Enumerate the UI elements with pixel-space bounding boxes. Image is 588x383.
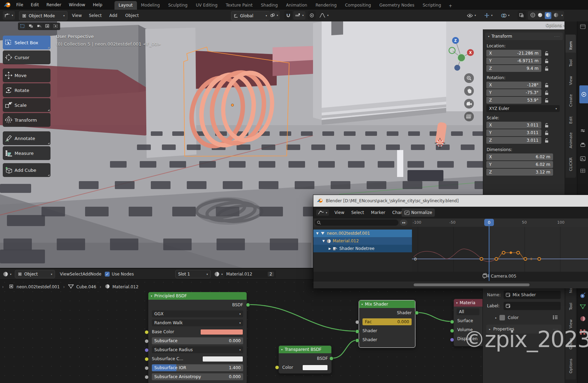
subsurface-color-row[interactable]: Subsurface C...: [152, 355, 243, 362]
proportional-falloff-dropdown[interactable]: ▾: [318, 11, 330, 20]
material-props-icon[interactable]: [580, 316, 586, 323]
subsurface-socket[interactable]: [145, 339, 149, 343]
workspace-tab-sculpting[interactable]: Sculpting: [164, 1, 192, 10]
node-color-swatch[interactable]: [499, 315, 505, 320]
workspace-tab-scripting[interactable]: Scripting: [419, 1, 445, 10]
transparent-color-socket[interactable]: [275, 365, 279, 370]
subsurface-method-dropdown[interactable]: Random Walk▾: [152, 319, 243, 326]
tool-measure[interactable]: Measure: [3, 146, 50, 160]
workspace-tab-compositing[interactable]: Compositing: [341, 1, 375, 10]
breadcrumb-material[interactable]: Material.012: [112, 284, 138, 289]
select-mode-paint[interactable]: [52, 23, 59, 29]
properties-active-tab[interactable]: [579, 85, 588, 103]
lock-icon[interactable]: [543, 83, 550, 87]
pan-hand-icon[interactable]: [464, 86, 474, 96]
xray-toggle[interactable]: [517, 11, 526, 20]
dimensions-x-field[interactable]: X6.02 m: [486, 153, 553, 160]
material-browse-button[interactable]: ▾: [214, 271, 223, 277]
transparent-bsdf-node[interactable]: ▾Transparent BSDF BSDF Color: [278, 345, 332, 374]
shading-rendered-icon[interactable]: [553, 12, 559, 19]
subsurface-row[interactable]: Subsurface0.000: [152, 337, 243, 344]
filter-toggle-icon[interactable]: ↔: [400, 219, 407, 226]
location-z-field[interactable]: Z9.4 m: [486, 65, 541, 72]
material-name-field[interactable]: Material.012 2: [224, 270, 276, 278]
playhead-line[interactable]: [489, 219, 489, 281]
dimensions-y-field[interactable]: Y6.02 m: [486, 161, 553, 168]
options-dropdown[interactable]: Options▾: [546, 23, 565, 28]
gizmo-y-neg-axis[interactable]: [458, 54, 465, 62]
lock-icon[interactable]: [543, 91, 550, 95]
fac-socket[interactable]: [355, 320, 359, 324]
add-workspace-button[interactable]: +: [445, 2, 456, 10]
lock-icon[interactable]: [543, 59, 550, 63]
mix-shader-node[interactable]: ▾Mix Shader Shader Fac0.000 Shader Shade…: [359, 300, 415, 348]
visibility-dropdown[interactable]: ▾: [466, 11, 477, 20]
add-menu[interactable]: Add: [108, 11, 119, 20]
fac-row[interactable]: Fac0.000: [362, 318, 412, 325]
shader-editor-type-button[interactable]: ▾: [3, 271, 11, 277]
slot-dropdown[interactable]: Slot 1▾: [175, 270, 211, 278]
mix-shader2-socket[interactable]: [355, 338, 359, 343]
editor-icon[interactable]: [580, 24, 586, 30]
snap-toggle[interactable]: [284, 11, 292, 20]
snap-settings-dropdown[interactable]: ▾: [293, 11, 305, 20]
transparent-color-row[interactable]: Color: [282, 364, 328, 371]
mix-shader1-socket[interactable]: [355, 329, 359, 334]
current-frame-badge[interactable]: 0: [484, 219, 494, 226]
editor-type-button[interactable]: ▾: [3, 11, 15, 20]
transparent-node-header[interactable]: ▾Transparent BSDF: [279, 346, 331, 353]
normalize-toggle[interactable]: Normalize: [402, 208, 435, 217]
workspace-tab-animation[interactable]: Animation: [282, 1, 311, 10]
select-mode-tweak[interactable]: [19, 23, 26, 29]
view-menu[interactable]: View: [71, 11, 83, 20]
rotation-x-field[interactable]: X-128°: [486, 82, 541, 88]
select-menu[interactable]: Select: [88, 11, 103, 20]
breadcrumb-object[interactable]: neon.002testdef.001: [17, 284, 60, 289]
workspace-tab-shading[interactable]: Shading: [257, 1, 282, 10]
subsurface-ior-row[interactable]: Subsurface IOR1.400: [152, 364, 243, 371]
node-view-menu[interactable]: View: [60, 272, 70, 277]
base-color-socket[interactable]: [145, 330, 149, 334]
tool-select-box[interactable]: Select Box: [3, 36, 50, 49]
base-color-swatch[interactable]: [200, 329, 243, 335]
sidebar-tab-create[interactable]: Create: [566, 88, 576, 113]
blender-logo-icon[interactable]: [3, 2, 11, 9]
location-x-field[interactable]: X-21.286 m: [486, 50, 541, 57]
principled-node-header[interactable]: ▾Principled BSDF: [148, 292, 247, 300]
proportional-edit-toggle[interactable]: [308, 11, 316, 20]
properties-tab-icon[interactable]: [580, 156, 586, 162]
graph-editor-type-button[interactable]: ▾: [316, 209, 329, 216]
panel-grip[interactable]: ····: [554, 35, 560, 38]
shading-dropdown[interactable]: ▾: [561, 14, 563, 17]
mix-shader-node-header[interactable]: ▾Mix Shader: [359, 300, 415, 308]
rotation-y-field[interactable]: Y-75.3°: [486, 89, 541, 96]
distribution-dropdown[interactable]: GGX▾: [152, 310, 243, 317]
properties-tab-icon[interactable]: [580, 168, 586, 174]
node-tab-options[interactable]: Options: [566, 353, 576, 380]
shader-type-dropdown[interactable]: Object▾: [15, 270, 55, 278]
subsurface-color-socket[interactable]: [145, 357, 149, 361]
transform-panel-header[interactable]: ▾Transform····: [485, 32, 563, 40]
mix-output-socket[interactable]: [415, 311, 419, 315]
zoom-icon[interactable]: [464, 73, 474, 83]
graph-marker-menu[interactable]: Marker: [368, 210, 389, 215]
node-name-field[interactable]: Mix Shader: [504, 291, 561, 299]
workspace-tab-rendering[interactable]: Rendering: [311, 1, 341, 10]
menu-render[interactable]: Render: [43, 2, 65, 7]
workspace-tab-modeling[interactable]: Modeling: [137, 1, 164, 10]
select-mode-box[interactable]: [27, 23, 35, 29]
hscrollbar-track[interactable]: [313, 281, 588, 288]
shading-solid-icon[interactable]: [538, 12, 543, 19]
subsurface-ior-socket[interactable]: [145, 366, 149, 370]
bsdf-output-socket[interactable]: [246, 303, 250, 307]
node-add-menu[interactable]: Add: [83, 272, 91, 277]
sidebar-tab-animate[interactable]: Animate: [566, 127, 576, 154]
marker-row[interactable]: Camera.005: [313, 272, 588, 281]
hscrollbar-thumb[interactable]: [414, 283, 530, 286]
orientation-dropdown[interactable]: Global▾: [231, 11, 270, 20]
subsurface-color-swatch[interactable]: [202, 356, 243, 362]
subsurface-anisotropy-socket[interactable]: [145, 375, 149, 379]
node-node-menu[interactable]: Node: [91, 272, 101, 277]
node-select-menu[interactable]: Select: [70, 272, 83, 277]
breadcrumb-mesh[interactable]: Cube.046: [76, 284, 96, 289]
